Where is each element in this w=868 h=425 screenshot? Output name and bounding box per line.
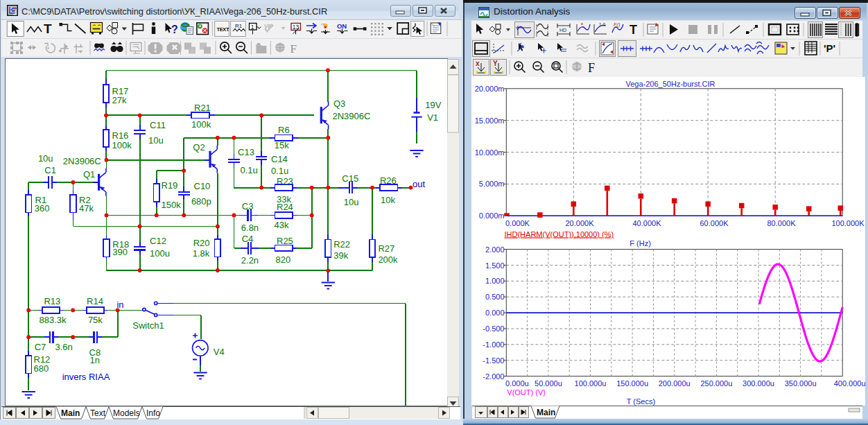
svg-text:in: in	[116, 300, 123, 310]
svg-text:C10: C10	[194, 181, 211, 191]
svg-text:680p: 680p	[191, 196, 211, 207]
svg-text:50.000u: 50.000u	[535, 379, 562, 388]
svg-text:F(): F()	[614, 21, 620, 28]
svg-text:C14: C14	[271, 154, 288, 164]
svg-text:R27: R27	[378, 243, 394, 254]
svg-text:Vega-206_50Hz-burst.CIR: Vega-206_50Hz-burst.CIR	[625, 80, 715, 88]
svg-text:60.000K: 60.000K	[700, 219, 729, 227]
svg-text:100k: 100k	[191, 119, 211, 130]
svg-text:ON: ON	[337, 22, 347, 30]
svg-text:T (Secs): T (Secs)	[627, 397, 655, 406]
svg-text:10u: 10u	[38, 153, 53, 164]
svg-text:15k: 15k	[275, 140, 289, 150]
svg-text:1n: 1n	[90, 355, 100, 365]
svg-text:150.000u: 150.000u	[616, 379, 648, 388]
svg-text:200.000u: 200.000u	[659, 379, 691, 388]
svg-text:R24: R24	[277, 202, 293, 212]
svg-text:2.000: 2.000	[485, 245, 505, 254]
svg-text:Q3: Q3	[333, 98, 345, 109]
svg-text:400.000u: 400.000u	[834, 379, 865, 388]
svg-text:R25: R25	[277, 236, 293, 246]
svg-text:200k: 200k	[378, 254, 398, 265]
svg-text:40.000K: 40.000K	[633, 219, 662, 227]
svg-text:Info: Info	[146, 408, 160, 418]
svg-text:x: x	[476, 60, 480, 67]
svg-text:80.000K: 80.000K	[767, 219, 797, 227]
svg-text:3.6n: 3.6n	[55, 342, 72, 352]
svg-text:1: 1	[251, 24, 254, 31]
svg-text:C11: C11	[150, 120, 166, 130]
svg-text:39k: 39k	[333, 250, 348, 261]
svg-text:C3: C3	[242, 201, 254, 211]
svg-text:IHD(HARM(V(OUT)),10000) (%): IHD(HARM(V(OUT)),10000) (%)	[505, 230, 614, 238]
svg-text:Text: Text	[90, 408, 106, 418]
svg-text:0.000K: 0.000K	[505, 219, 530, 227]
svg-text:-2.000: -2.000	[483, 372, 504, 381]
svg-text:10k: 10k	[381, 195, 395, 205]
svg-text:Models: Models	[113, 408, 140, 418]
svg-text:F: F	[290, 42, 297, 55]
svg-text:0.1u: 0.1u	[241, 165, 258, 175]
svg-text:43k: 43k	[275, 220, 289, 230]
svg-text:2N3906C: 2N3906C	[63, 156, 101, 166]
svg-text:C1: C1	[44, 165, 56, 175]
svg-text:820: 820	[276, 254, 291, 265]
svg-text:1.000: 1.000	[485, 277, 505, 285]
svg-text:-0.500: -0.500	[483, 324, 504, 333]
svg-text:350.000u: 350.000u	[785, 379, 817, 388]
svg-text:C7: C7	[35, 342, 46, 352]
svg-text:150k: 150k	[162, 200, 182, 210]
svg-text:Q2: Q2	[193, 142, 205, 153]
svg-text:R26: R26	[380, 175, 397, 186]
svg-text:0.500: 0.500	[485, 293, 505, 301]
svg-text:1.0: 1.0	[599, 22, 605, 27]
svg-text:100u: 100u	[150, 248, 170, 259]
svg-text:V(OUT) (V): V(OUT) (V)	[507, 388, 546, 397]
svg-text:C4: C4	[242, 234, 254, 244]
svg-text:15.000m: 15.000m	[475, 116, 505, 125]
svg-text:Y: Y	[493, 60, 498, 67]
svg-text:100.000u: 100.000u	[575, 379, 607, 388]
svg-text:250.000u: 250.000u	[700, 379, 732, 388]
svg-text:R23: R23	[277, 176, 293, 187]
svg-text:C12: C12	[150, 236, 166, 246]
svg-text:F (Hz): F (Hz)	[630, 239, 651, 248]
svg-text:T: T	[44, 21, 52, 36]
svg-text:19V: 19V	[425, 100, 441, 110]
svg-text:TEXT: TEXT	[217, 26, 229, 33]
svg-text:20.000m: 20.000m	[475, 85, 505, 93]
svg-text:R6: R6	[278, 125, 290, 135]
svg-text:47k: 47k	[79, 203, 94, 214]
svg-text:HD: HD	[559, 28, 566, 33]
svg-text:680: 680	[34, 363, 49, 374]
svg-text:5.000m: 5.000m	[479, 180, 505, 188]
svg-text:360: 360	[35, 203, 50, 214]
svg-text:100.000K: 100.000K	[831, 219, 865, 227]
svg-text:V4: V4	[214, 347, 225, 357]
svg-text:?: ?	[171, 24, 178, 35]
svg-text:Main: Main	[537, 408, 555, 417]
svg-text:R21: R21	[194, 103, 211, 113]
svg-text:10u: 10u	[148, 135, 164, 146]
svg-text:883.3k: 883.3k	[40, 315, 67, 325]
svg-text:100k: 100k	[112, 140, 132, 150]
svg-text:R1: R1	[235, 23, 243, 29]
svg-text:R22: R22	[333, 239, 350, 250]
svg-text:390: 390	[112, 247, 128, 257]
svg-text:10.000m: 10.000m	[475, 148, 505, 157]
svg-text:Switch1: Switch1	[132, 320, 164, 331]
svg-text:T: T	[630, 23, 637, 37]
svg-text:27k: 27k	[112, 95, 127, 105]
svg-text:Q1: Q1	[83, 169, 95, 180]
svg-text:10u: 10u	[344, 197, 359, 207]
svg-text:0.000u: 0.000u	[505, 379, 529, 388]
svg-text:Main: Main	[61, 408, 80, 418]
svg-text:1.8k: 1.8k	[193, 248, 210, 259]
svg-text:F: F	[588, 61, 595, 75]
svg-text:V1: V1	[427, 112, 438, 123]
svg-text:'P': 'P'	[824, 42, 835, 54]
svg-text:2.2n: 2.2n	[241, 255, 259, 266]
svg-text:R14: R14	[87, 296, 103, 306]
svg-text:0.000: 0.000	[485, 309, 505, 317]
svg-text:0.000m: 0.000m	[479, 211, 505, 220]
